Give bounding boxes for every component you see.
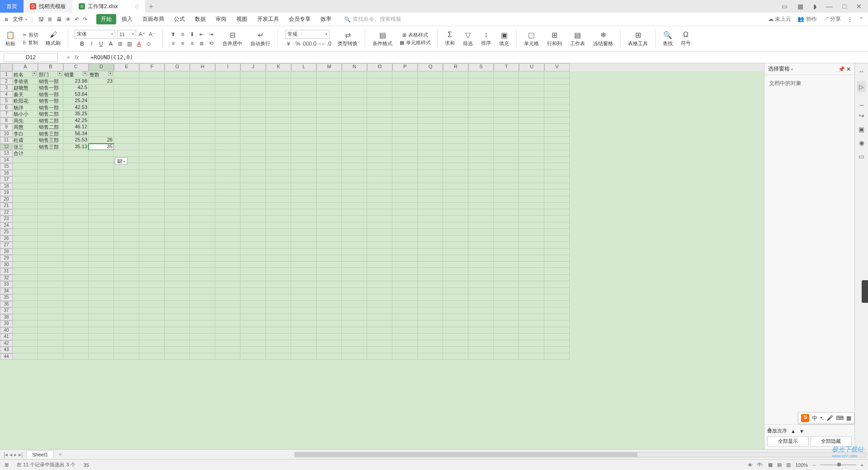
cell-Q29[interactable] (418, 255, 443, 262)
cell-E2[interactable] (114, 78, 139, 85)
cell-J7[interactable] (241, 111, 266, 118)
zoom-in-icon[interactable]: + (861, 462, 863, 468)
view-break-icon[interactable]: ▥ (786, 462, 791, 468)
cell-H8[interactable] (190, 118, 215, 124)
cell-V27[interactable] (544, 242, 570, 249)
cell-V39[interactable] (544, 320, 570, 327)
cell-E17[interactable] (114, 176, 139, 183)
cell-E28[interactable] (114, 249, 139, 255)
cell-E39[interactable] (114, 320, 139, 327)
col-header-B[interactable]: B (38, 63, 63, 71)
cell-T20[interactable] (494, 196, 519, 203)
cell-U19[interactable] (519, 189, 544, 196)
number-format-combo[interactable]: 常规▾ (285, 30, 330, 39)
cell-R3[interactable] (443, 85, 468, 91)
cell-U34[interactable] (519, 288, 544, 295)
cell-I25[interactable] (215, 229, 241, 235)
cell-J28[interactable] (241, 249, 266, 255)
cell-A40[interactable] (13, 327, 38, 334)
cell-Q8[interactable] (418, 118, 443, 124)
cell-E30[interactable] (114, 262, 139, 268)
cell-I16[interactable] (215, 170, 241, 177)
cell-F4[interactable] (139, 91, 165, 98)
cell-T19[interactable] (494, 189, 519, 196)
cell-R33[interactable] (443, 281, 468, 288)
cell-Q23[interactable] (418, 216, 443, 222)
cell-U10[interactable] (519, 131, 544, 137)
indent-inc-icon[interactable]: ⇥ (207, 30, 215, 38)
cell-D11[interactable]: 26 (89, 137, 114, 144)
cell-O44[interactable] (367, 353, 392, 360)
cell-V17[interactable] (544, 176, 570, 183)
cell-J36[interactable] (241, 301, 266, 308)
side-select-icon[interactable]: ↔ (859, 68, 865, 75)
cell-P31[interactable] (392, 268, 418, 275)
cell-J37[interactable] (241, 307, 266, 314)
cell-A3[interactable]: 赵晓慧 (13, 85, 38, 91)
cell-A10[interactable]: 李白 (13, 131, 38, 137)
cell-I34[interactable] (215, 288, 241, 295)
ime-grid-icon[interactable]: ▦ (846, 415, 851, 421)
cell-G33[interactable] (165, 281, 190, 288)
cell-F34[interactable] (139, 288, 165, 295)
cell-U15[interactable] (519, 163, 544, 170)
cell-K43[interactable] (266, 347, 291, 353)
cell-I3[interactable] (215, 85, 241, 91)
cell-Q33[interactable] (418, 281, 443, 288)
cell-U2[interactable] (519, 78, 544, 85)
cell-P8[interactable] (392, 118, 418, 124)
side-settings-icon[interactable]: ⎯ (860, 99, 863, 106)
cell-B10[interactable]: 销售三部 (38, 131, 63, 137)
cell-B14[interactable] (38, 157, 63, 164)
bold-button[interactable]: B (78, 40, 86, 48)
cell-J34[interactable] (241, 288, 266, 295)
cell-K2[interactable] (266, 78, 291, 85)
col-header-O[interactable]: O (367, 63, 392, 71)
cell-T31[interactable] (494, 268, 519, 275)
percent-icon[interactable]: % (294, 40, 302, 48)
cell-R36[interactable] (443, 301, 468, 308)
cell-L14[interactable] (291, 157, 316, 164)
cell-Q5[interactable] (418, 98, 443, 104)
cell-O40[interactable] (367, 327, 392, 334)
cell-S31[interactable] (468, 268, 494, 275)
cell-O27[interactable] (367, 242, 392, 249)
cell-C25[interactable] (63, 229, 89, 235)
cell-P24[interactable] (392, 222, 418, 229)
cell-V6[interactable] (544, 104, 570, 111)
preview-icon[interactable]: 👁 (66, 16, 71, 23)
cell-O8[interactable] (367, 118, 392, 124)
cell-M20[interactable] (316, 196, 342, 203)
cell-N37[interactable] (342, 307, 367, 314)
cell-A44[interactable] (13, 353, 38, 360)
cell-E40[interactable] (114, 327, 139, 334)
cell-A11[interactable]: 杜甫 (13, 137, 38, 144)
cell-S17[interactable] (468, 176, 494, 183)
cell-H9[interactable] (190, 124, 215, 131)
cell-N25[interactable] (342, 229, 367, 235)
cell-A17[interactable] (13, 176, 38, 183)
cell-O19[interactable] (367, 189, 392, 196)
cell-M2[interactable] (316, 78, 342, 85)
view-cn-icon[interactable]: 中· (757, 461, 764, 468)
cell-E32[interactable] (114, 275, 139, 282)
sheet-first-icon[interactable]: |◂ (4, 451, 8, 458)
cell-C37[interactable] (63, 307, 89, 314)
cell-V24[interactable] (544, 222, 570, 229)
row-header-41[interactable]: 41 (0, 334, 13, 340)
cell-U8[interactable] (519, 118, 544, 124)
cell-A38[interactable] (13, 314, 38, 321)
menu-数据[interactable]: 数据 (190, 14, 210, 24)
cell-C42[interactable] (63, 340, 89, 347)
cell-J25[interactable] (241, 229, 266, 235)
cell-G1[interactable] (165, 71, 190, 78)
grid-icon[interactable]: ▦ (796, 3, 805, 10)
cell-B9[interactable]: 销售二部 (38, 124, 63, 131)
cell-G16[interactable] (165, 170, 190, 177)
cell-G30[interactable] (165, 262, 190, 268)
goto-icon[interactable]: ⌖ (67, 54, 70, 61)
cell-V5[interactable] (544, 98, 570, 104)
orientation-icon[interactable]: ⟲ (207, 39, 215, 47)
cell-I30[interactable] (215, 262, 241, 268)
cell-P26[interactable] (392, 235, 418, 242)
